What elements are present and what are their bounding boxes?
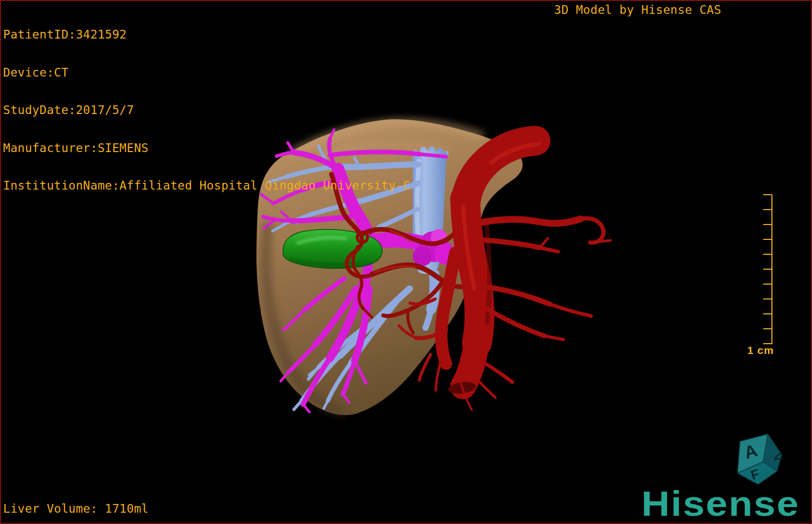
orientation-cube[interactable]: A F V — [737, 434, 785, 484]
study-date: StudyDate:2017/5/7 — [3, 104, 410, 117]
manufacturer: Manufacturer:SIEMENS — [3, 142, 410, 155]
scale-ruler — [763, 195, 772, 344]
device: Device:CT — [3, 66, 410, 79]
patient-info-block: PatientID:3421592 Device:CT StudyDate:20… — [3, 3, 410, 217]
ruler-scale-label: 1 cm — [744, 344, 777, 357]
hisense-logo: Hisense — [641, 486, 800, 521]
institution-name: InstitutionName:Affiliated Hospital Qing… — [3, 179, 410, 192]
liver-volume-readout: Liver Volume: 1710ml — [3, 502, 149, 515]
patient-id: PatientID:3421592 — [3, 28, 410, 41]
viewer-window: A F V PatientID:3421592 Device:CT StudyD… — [0, 0, 812, 524]
watermark-title: 3D Model by Hisense CAS — [554, 3, 721, 16]
